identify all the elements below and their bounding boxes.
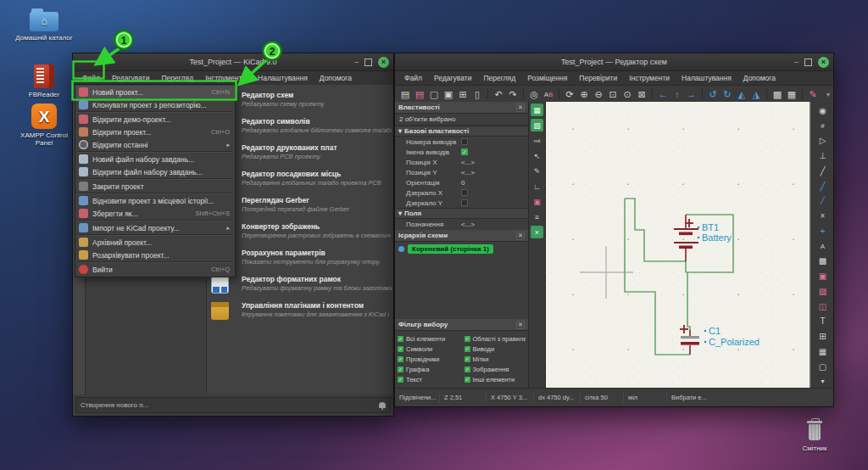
redo-icon[interactable]: ↷ (506, 87, 520, 101)
grid-overrides-icon[interactable]: ▨ (531, 119, 543, 131)
sch-menu-inspect[interactable]: Перевірити (574, 72, 622, 84)
notifications-bell-icon[interactable] (379, 402, 386, 408)
minimize-button[interactable]: – (354, 58, 359, 66)
menu-item-demo-project[interactable]: Відкрити демо-проект... (75, 113, 235, 126)
pm-menu-help[interactable]: Допомога (314, 72, 357, 84)
mirror-h-icon[interactable]: ◭ (735, 87, 748, 101)
sch-menu-help[interactable]: Допомога (738, 72, 781, 84)
menu-item-save-as[interactable]: Зберегти як...Shift+Ctrl+S (75, 207, 235, 220)
desktop-icon-xampp[interactable]: X XAMPP Control Panel (14, 104, 75, 147)
pm-menu-preferences[interactable]: Налаштування (253, 72, 313, 84)
menu-item-close-project[interactable]: Закрити проект (75, 180, 235, 193)
battery-ref-label[interactable]: BT1 (702, 222, 719, 232)
find-icon[interactable]: ◎ (527, 87, 541, 101)
checkbox-on-icon[interactable]: ✓ (461, 148, 468, 155)
menu-item-unarchive-project[interactable]: Розархівувати проект... (75, 249, 235, 261)
cursor-shape-icon[interactable]: ↖ (531, 149, 543, 162)
symbol-properties-icon[interactable]: ▦ (785, 87, 798, 101)
new-sheet-icon[interactable]: ▢ (427, 87, 441, 101)
highlight-net-icon[interactable]: ◉ (815, 104, 830, 117)
battery-value-label[interactable]: Battery (702, 232, 732, 243)
cap-value-label[interactable]: C_Polarized (709, 337, 760, 347)
menu-item-clone-repo[interactable]: Клонувати проект з репозиторію... (75, 98, 235, 111)
close-icon[interactable]: ✕ (516, 232, 525, 240)
find-replace-icon[interactable]: AB (542, 87, 555, 101)
save-icon[interactable]: ▤ (398, 87, 412, 101)
prop-row-pin-numbers[interactable]: Номера виводів (395, 137, 528, 147)
zoom-objects-icon[interactable]: ⊙ (620, 87, 634, 101)
tools-icon[interactable]: × (531, 226, 543, 238)
menu-item-open-recent[interactable]: Відкрити останні▸ (75, 138, 235, 151)
maximize-button[interactable] (364, 59, 372, 66)
close-button[interactable]: × (378, 57, 389, 68)
close-icon[interactable]: ✕ (516, 321, 525, 329)
place-image-icon[interactable]: ▨ (815, 285, 830, 298)
sch-titlebar[interactable]: Test_Project — Редактор схем – × (395, 53, 833, 71)
menu-item-open-project[interactable]: Відкрити проект...Ctrl+O (75, 126, 235, 138)
desktop-icon-fbreader[interactable]: FBReader (14, 64, 75, 98)
erc-icon[interactable]: ✎ (806, 87, 820, 101)
pm-titlebar[interactable]: Test_Project — KiCad 9.0 – × (73, 53, 393, 71)
refresh-icon[interactable]: ⟳ (563, 87, 576, 101)
section-fields[interactable]: ▾Поля (395, 208, 528, 219)
sch-menu-place[interactable]: Розміщення (522, 72, 572, 84)
zoom-selection-icon[interactable]: ⊠ (635, 87, 648, 101)
mirror-v-icon[interactable]: ◮ (749, 87, 763, 101)
menu-item-open-jobset[interactable]: Відкрити файл набору завдань... (75, 165, 235, 178)
menu-item-import-non-kicad[interactable]: Імпорт не KiCad проекту...▸ (75, 221, 235, 234)
pin-numbers-icon[interactable]: # (815, 120, 830, 132)
sheet-pin-icon[interactable]: ▣ (815, 270, 830, 283)
prop-row-reference[interactable]: Позначення<...> (395, 219, 528, 229)
draw-line-icon[interactable]: ╱ (815, 165, 830, 177)
nav-up-icon[interactable]: ↑ (670, 87, 684, 101)
rotate-cw-icon[interactable]: ↻ (721, 87, 734, 101)
hidden-pins-icon[interactable]: ▣ (531, 195, 543, 208)
sch-menu-tools[interactable]: Інструменти (624, 72, 675, 84)
save-all-icon[interactable]: ▤ (413, 87, 426, 101)
table-tool-icon[interactable]: ▦ (815, 345, 830, 358)
sch-menu-preferences[interactable]: Налаштування (676, 72, 737, 84)
prop-row-position-x[interactable]: Позиція X<...> (395, 157, 528, 167)
filter-graphics[interactable]: ✓Графіка (398, 366, 465, 373)
rectangle-tool-icon[interactable]: ▢ (815, 361, 830, 373)
filter-other[interactable]: ✓Інші елементи (465, 376, 526, 383)
minimize-button[interactable]: – (794, 58, 798, 66)
checkbox-off-icon[interactable] (461, 199, 468, 206)
filter-wires[interactable]: ✓Провідники (398, 355, 465, 363)
sch-menu-file[interactable]: Файл (399, 72, 427, 84)
battery-symbol[interactable] (674, 215, 698, 261)
checkbox-off-icon[interactable] (461, 138, 468, 145)
cap-ref-label[interactable]: C1 (709, 326, 721, 336)
net-label-icon[interactable]: A (815, 240, 830, 253)
menu-item-exit[interactable]: ВийтиCtrl+Q (75, 263, 235, 276)
junction-icon[interactable]: + (815, 225, 830, 238)
grid-visibility-icon[interactable]: ▦ (531, 104, 543, 116)
launcher-plugin-manager[interactable]: Управління плагінами і контентомКеруванн… (207, 301, 393, 327)
toolbar-more-icon[interactable]: ▾ (815, 376, 830, 389)
menu-item-new-project[interactable]: Новий проект...Ctrl+N (75, 86, 235, 98)
desktop-icon-home[interactable]: ⌂ Домашній каталог (14, 12, 75, 42)
filter-symbols[interactable]: ✓Символи (398, 345, 465, 353)
filter-labels[interactable]: ✓Мітки (465, 355, 526, 363)
textbox-tool-icon[interactable]: ⊞ (815, 330, 830, 343)
zoom-in-icon[interactable]: ⊕ (577, 87, 591, 101)
menu-item-archive-project[interactable]: Архівний проект... (75, 236, 235, 249)
plot-icon[interactable]: ⊞ (456, 87, 470, 101)
desktop-icon-trash[interactable]: Смітник (784, 419, 845, 452)
toolbar-overflow-icon[interactable]: ▾ (826, 91, 830, 98)
pm-menu-edit[interactable]: Редагувати (107, 72, 154, 84)
no-connect-icon[interactable]: × (815, 210, 830, 222)
place-symbol-icon[interactable]: ▷ (815, 135, 830, 148)
undo-icon[interactable]: ↶ (492, 87, 505, 101)
hier-sheet-icon[interactable]: ▩ (815, 255, 830, 268)
edit-symbol-fields-icon[interactable]: ▩ (771, 87, 784, 101)
draw-wire-icon[interactable]: ╱ (815, 180, 830, 193)
pm-menu-tools[interactable]: Інструменти (200, 72, 251, 84)
annotate-icon[interactable]: ✎ (531, 165, 543, 177)
paste-icon[interactable]: ▯ (470, 87, 484, 101)
menu-item-restore-project[interactable]: Відновити проект з місцевої історії... (75, 194, 235, 207)
pm-menu-view[interactable]: Перегляд (156, 72, 198, 84)
filter-all-items[interactable]: ✓Всі елементи (398, 335, 465, 343)
place-power-icon[interactable]: ⊥ (815, 149, 830, 162)
text-tool-icon[interactable]: T (815, 316, 830, 328)
